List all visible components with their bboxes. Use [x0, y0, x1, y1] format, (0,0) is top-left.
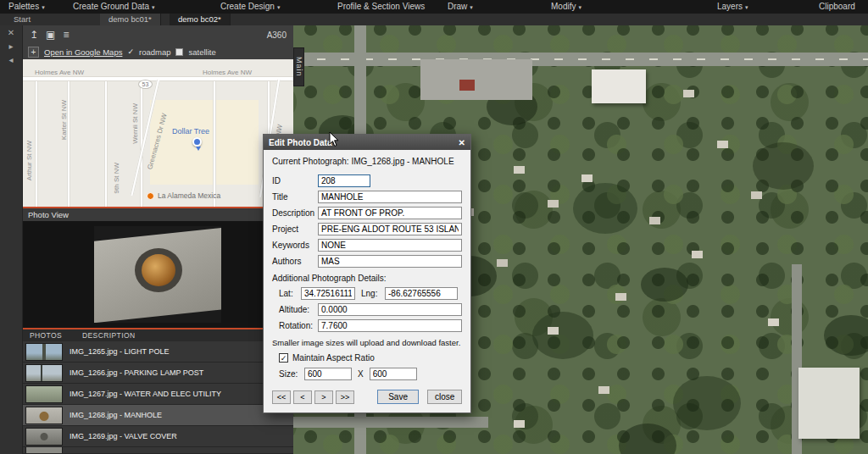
photo-row[interactable]: IMG_1267.jpg - WATER AND ELEC UTILITY [23, 384, 293, 405]
altitude-field[interactable] [318, 303, 462, 316]
altitude-label: Altitude: [279, 305, 318, 314]
dialog-title: Edit Photo Data [269, 138, 331, 147]
menubar: Palettes▾ Create Ground Data▾ Create Des… [0, 0, 868, 14]
street-label: 9th St NW [113, 163, 120, 193]
photo-label: IMG_1266.jpg - PARKING LAMP POST [70, 368, 203, 377]
menu-item-modify[interactable]: Modify▾ [551, 0, 581, 14]
photo-row[interactable]: IMG_1265.jpg - LIGHT POLE [23, 341, 293, 363]
tab-demo-bc02[interactable]: demo bc02* [170, 14, 231, 25]
route-shield: 53 [138, 80, 153, 89]
nav-first-button[interactable]: << [272, 390, 291, 404]
project-field[interactable] [318, 223, 462, 235]
lat-field[interactable] [301, 287, 355, 300]
maintain-aspect-checkbox[interactable]: ✓ [279, 353, 288, 363]
menu-item-palettes[interactable]: Palettes▾ [8, 0, 45, 14]
poi-dollar-tree[interactable]: Dollar Tree [172, 127, 209, 136]
poi-restaurant[interactable]: La Alameda Mexica [147, 191, 220, 200]
a360-label: A360 [267, 30, 287, 40]
street-label: Holmes Ave NW [203, 69, 252, 76]
description-column-header: DESCRIPTION [82, 329, 136, 341]
save-button[interactable]: Save [377, 390, 419, 404]
manhole-lid [142, 254, 175, 286]
photo-thumbnail [25, 364, 63, 382]
restaurant-icon [147, 192, 154, 200]
nav-prev-button[interactable]: < [293, 390, 312, 404]
lng-field[interactable] [385, 287, 458, 300]
size-height-field[interactable] [370, 368, 417, 380]
description-field[interactable] [318, 207, 462, 219]
list-icon[interactable]: ≡ [63, 30, 69, 40]
google-minimap[interactable]: Holmes Ave NW Holmes Ave NW 53 Karter St… [23, 59, 293, 207]
tab-demo-bc01[interactable]: demo bc01* [100, 14, 161, 25]
photo-row[interactable] [23, 447, 293, 454]
dialog-close-icon[interactable]: ✕ [459, 138, 465, 147]
title-field[interactable] [318, 191, 462, 203]
zoom-in-button[interactable]: + [28, 47, 39, 58]
photo-list: IMG_1265.jpg - LIGHT POLE IMG_1266.jpg -… [23, 341, 293, 454]
keywords-field[interactable] [318, 239, 462, 252]
commercial-area [150, 100, 259, 185]
satellite-checkbox-label: satellite [188, 47, 215, 57]
rotation-field[interactable] [318, 319, 462, 332]
minimap-road [35, 81, 38, 207]
photo-thumbnail [25, 447, 63, 454]
authors-label: Authors [272, 257, 318, 266]
close-button[interactable]: close [427, 390, 462, 404]
photo-view-header: Photo View [23, 208, 293, 221]
authors-field[interactable] [318, 255, 462, 268]
close-icon[interactable]: ✕ [8, 29, 14, 37]
mouse-cursor [329, 131, 340, 148]
tab-start[interactable]: Start [14, 14, 31, 25]
lat-label: Lat: [279, 289, 301, 298]
title-label: Title [272, 192, 318, 202]
photo-label: IMG_1265.jpg - LIGHT POLE [70, 347, 169, 356]
photos-column-header: PHOTOS [30, 329, 62, 341]
layers-icon[interactable]: ▣ [46, 30, 55, 40]
photo-label: IMG_1268.jpg - MANHOLE [70, 411, 162, 419]
size-note: Smaller image sizes will upload and down… [272, 338, 462, 347]
size-x-label: X [358, 369, 364, 379]
chevron-down-icon: ▾ [152, 4, 155, 10]
street-label: Arthur St NW [25, 141, 33, 180]
rotation-label: Rotation: [279, 321, 318, 330]
dialog-body: Current Photograph: IMG_1268.jpg - MANHO… [264, 150, 470, 412]
photo-palette: ↥ ▣ ≡ A360 + Open in Google Maps ✓ roadm… [23, 25, 293, 454]
photo-thumbnail [25, 385, 63, 403]
photos-table-header: PHOTOS DESCRIPTION [23, 329, 293, 341]
menu-item-layers[interactable]: Layers▾ [717, 0, 748, 14]
map-controls-bar: + Open in Google Maps ✓ roadmap satellit… [23, 44, 293, 59]
nav-last-button[interactable]: >> [336, 390, 354, 404]
current-photograph-label: Current Photograph: IMG_1268.jpg - MANHO… [272, 157, 462, 166]
photo-label: IMG_1267.jpg - WATER AND ELEC UTILITY [70, 390, 221, 398]
main-view-tab[interactable]: Main [293, 47, 304, 86]
map-pin-icon[interactable] [192, 137, 202, 147]
palette-toolbar: ↥ ▣ ≡ A360 [23, 25, 293, 44]
dialog-titlebar[interactable]: Edit Photo Data ✕ [264, 135, 470, 150]
satellite-checkbox[interactable] [175, 48, 183, 56]
minimap-road [213, 81, 216, 207]
photo-row[interactable]: IMG_1266.jpg - PARKING LAMP POST [23, 363, 293, 384]
photo-row[interactable]: IMG_1269.jpg - VALVE COVER [23, 426, 293, 447]
menu-item-clipboard[interactable]: Clipboard [819, 0, 855, 14]
building [592, 69, 646, 103]
menu-item-create-ground-data[interactable]: Create Ground Data▾ [73, 0, 155, 14]
nav-next-button[interactable]: > [314, 390, 333, 404]
id-field[interactable] [318, 174, 370, 187]
chevron-down-icon: ▾ [42, 4, 45, 10]
photo-row-selected[interactable]: IMG_1268.jpg - MANHOLE [23, 405, 293, 426]
photo-label: IMG_1269.jpg - VALVE COVER [70, 432, 177, 440]
share-icon[interactable]: ↥ [30, 30, 38, 40]
roadmap-checkbox[interactable]: roadmap [139, 47, 171, 57]
chevron-left-icon[interactable]: ◂ [8, 56, 13, 64]
chevron-right-icon[interactable]: ▸ [8, 42, 13, 51]
size-width-field[interactable] [304, 368, 352, 380]
edit-photo-dialog: Edit Photo Data ✕ Current Photograph: IM… [263, 134, 471, 413]
menu-item-draw[interactable]: Draw▾ [448, 0, 473, 14]
keywords-label: Keywords [272, 241, 318, 250]
menu-item-create-design[interactable]: Create Design▾ [220, 0, 280, 14]
description-label: Description [272, 208, 318, 218]
menu-item-profile-section-views[interactable]: Profile & Section Views [337, 0, 425, 14]
street-label: Holmes Ave NW [35, 69, 84, 76]
open-google-maps-link[interactable]: Open in Google Maps [44, 47, 122, 57]
photo-thumbnail [25, 407, 63, 424]
